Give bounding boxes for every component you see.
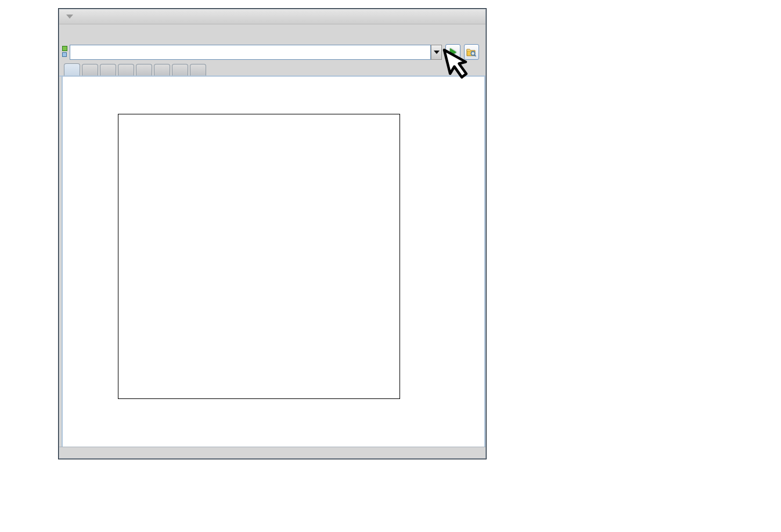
uri-toolbar <box>59 37 485 63</box>
tab-script[interactable] <box>172 64 188 76</box>
plot-indicator-icon[interactable] <box>62 46 70 59</box>
tab-metadata[interactable] <box>154 64 170 76</box>
uri-dropdown-button[interactable] <box>431 45 442 60</box>
plot-square-icon <box>62 46 67 51</box>
spectrogram-image[interactable] <box>129 123 390 394</box>
tab-style[interactable] <box>100 64 116 76</box>
desktop: { "window": { "title": "Autoplot 2019022… <box>0 0 781 532</box>
plot-canvas-panel <box>63 77 484 447</box>
uri-input[interactable] <box>70 45 431 60</box>
tabbar <box>59 64 485 77</box>
window-menu-icon[interactable] <box>66 15 73 19</box>
tab-axes[interactable] <box>82 64 98 76</box>
tab-canvas[interactable] <box>64 63 80 76</box>
menubar <box>59 25 485 37</box>
tab-console[interactable] <box>190 64 206 76</box>
plot-area <box>63 77 484 447</box>
tab-layout[interactable] <box>118 64 134 76</box>
colorbar[interactable] <box>410 116 419 397</box>
chevron-down-icon <box>434 51 440 54</box>
data-square-icon <box>62 52 67 57</box>
colorbar-axis-label <box>462 207 472 300</box>
autoplot-window <box>58 8 487 459</box>
folder-magnifier-icon <box>466 48 477 57</box>
titlebar[interactable] <box>59 9 485 24</box>
statusbar <box>59 447 485 458</box>
tab-data[interactable] <box>136 64 152 76</box>
